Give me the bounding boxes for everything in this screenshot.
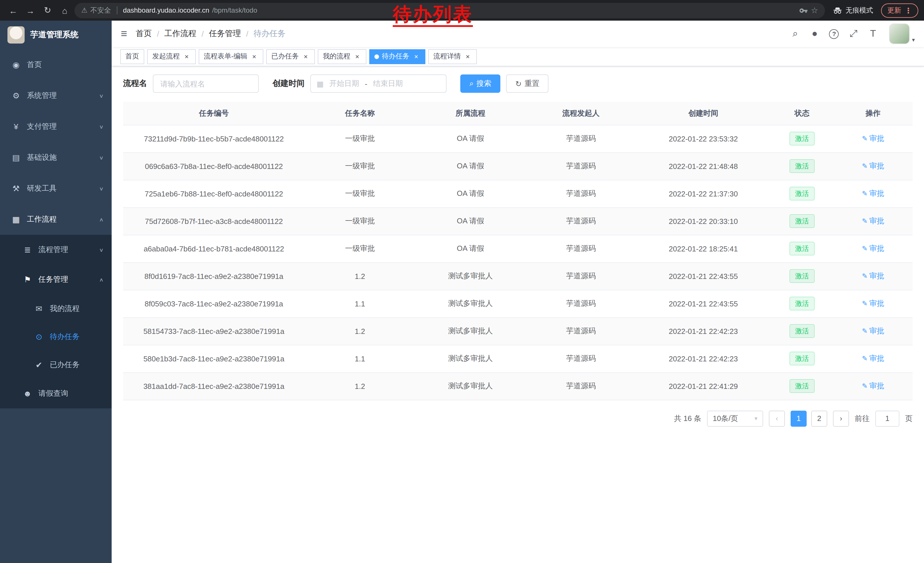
date-range-picker[interactable]: ▦ 开始日期 - 结束日期 — [310, 75, 447, 93]
edit-icon: ✎ — [862, 327, 868, 335]
sidebar-item-label: 工作流程 — [27, 214, 57, 225]
close-icon[interactable]: × — [353, 53, 361, 60]
chevron-down-icon: ∨ — [99, 155, 104, 161]
tab-my-process[interactable]: 我的流程× — [318, 49, 366, 64]
browser-update-button[interactable]: 更新 ⋮ — [881, 3, 918, 18]
tab-todo-tasks[interactable]: 待办任务× — [369, 49, 425, 64]
help-glyph: ? — [829, 29, 839, 39]
search-icon[interactable]: ⌕ — [786, 24, 804, 44]
sidebar-item-system-management[interactable]: ⚙系统管理∨ — [0, 80, 112, 111]
approve-link[interactable]: ✎审批 — [862, 188, 884, 199]
tools-icon: ⚒ — [12, 184, 21, 193]
approve-link[interactable]: ✎审批 — [862, 216, 884, 226]
breadcrumb-item-task-management[interactable]: 任务管理 — [209, 29, 241, 39]
approve-link[interactable]: ✎审批 — [862, 353, 884, 364]
caret-down-icon: ▾ — [754, 415, 758, 422]
bookmark-star-icon[interactable]: ☆ — [811, 6, 818, 15]
sidebar-item-todo-tasks[interactable]: ⊙待办任务 — [0, 323, 112, 350]
page-size-value: 10条/页 — [713, 413, 738, 423]
app-logo[interactable]: 芋道管理系统 — [0, 21, 112, 49]
navbar-actions: ⌕●?⤢T — [786, 24, 882, 44]
close-icon[interactable]: × — [464, 53, 472, 60]
close-icon[interactable]: × — [302, 53, 310, 60]
sidebar-item-workflow[interactable]: ▦工作流程∧ — [0, 204, 112, 235]
close-icon[interactable]: × — [412, 53, 420, 60]
update-label: 更新 — [887, 6, 901, 15]
sidebar-item-process-management[interactable]: ≣流程管理∨ — [0, 235, 112, 264]
address-bar[interactable]: ⚠ 不安全 dashboard.yudao.iocoder.cn/bpm/tas… — [74, 3, 825, 18]
sidebar-item-done-tasks[interactable]: ✔已办任务 — [0, 350, 112, 378]
cell-status: 激活 — [770, 290, 834, 317]
sidebar-item-dev-tools[interactable]: ⚒研发工具∨ — [0, 173, 112, 204]
breadcrumb-item-home[interactable]: 首页 — [136, 29, 152, 39]
search-button-label: 搜索 — [477, 78, 492, 89]
cell-process: OA 请假 — [415, 180, 525, 207]
chevron-down-icon: ∨ — [99, 186, 104, 192]
tab-done-tasks[interactable]: 已办任务× — [266, 49, 315, 64]
avatar-image — [889, 24, 910, 44]
status-badge: 激活 — [789, 352, 814, 365]
table-row: a6aba0a4-7b6d-11ec-b781-acde48001122一级审批… — [123, 235, 912, 262]
chevron-down-icon: ∨ — [99, 124, 104, 130]
sidebar-item-infrastructure[interactable]: ▤基础设施∨ — [0, 142, 112, 173]
app-root: 待办列表 ← → ↻ ⌂ ⚠ 不安全 dashboard.yudao.iocod… — [0, 0, 924, 563]
sidebar-item-payment-management[interactable]: ¥支付管理∨ — [0, 111, 112, 142]
status-badge: 激活 — [789, 324, 814, 338]
approve-link[interactable]: ✎审批 — [862, 161, 884, 171]
pagination: 共 16 条 10条/页 ▾ ‹ 12 › 前往 页 — [123, 410, 912, 426]
page-1-button[interactable]: 1 — [790, 410, 807, 426]
approve-link[interactable]: ✎审批 — [862, 243, 884, 254]
browser-forward-icon[interactable]: → — [23, 3, 38, 18]
table-row: 069c6a63-7b8a-11ec-8ef0-acde48001122一级审批… — [123, 152, 912, 180]
browser-reload-icon[interactable]: ↻ — [40, 3, 55, 18]
eye-icon: ⊙ — [34, 332, 44, 341]
tab-process-detail[interactable]: 流程详情× — [428, 49, 477, 64]
page-size-select[interactable]: 10条/页 ▾ — [707, 410, 763, 426]
prev-page-button[interactable]: ‹ — [769, 410, 785, 426]
help-icon[interactable]: ? — [825, 24, 843, 44]
sidebar-collapse-icon[interactable]: ≡ — [121, 27, 127, 40]
sidebar-item-label: 流程管理 — [38, 245, 68, 255]
sidebar-item-task-management[interactable]: ⚑任务管理∧ — [0, 264, 112, 294]
cell-create-time: 2022-01-22 21:48:48 — [636, 152, 771, 180]
cell-status: 激活 — [770, 180, 834, 207]
sidebar-item-leave-query[interactable]: ☻请假查询 — [0, 378, 112, 408]
tab-label: 已办任务 — [272, 51, 299, 61]
sidebar-item-home[interactable]: ◉首页 — [0, 49, 112, 80]
browser-back-icon[interactable]: ← — [6, 3, 21, 18]
sidebar-item-label: 系统管理 — [27, 90, 57, 101]
edit-icon: ✎ — [862, 300, 868, 308]
cell-process: OA 请假 — [415, 152, 525, 180]
search-button[interactable]: ⌕ 搜索 — [460, 75, 501, 93]
cell-status: 激活 — [770, 345, 834, 372]
process-name-input[interactable] — [153, 75, 259, 93]
next-page-button[interactable]: › — [833, 410, 849, 426]
browser-menu-icon[interactable]: ⋮ — [904, 6, 912, 15]
sidebar-item-label: 研发工具 — [27, 183, 57, 194]
font-size-icon[interactable]: T — [864, 24, 882, 44]
process-list-icon: ≣ — [23, 245, 32, 254]
user-avatar[interactable]: ▾ — [889, 24, 915, 44]
sidebar-item-my-process[interactable]: ✉我的流程 — [0, 294, 112, 323]
approve-link[interactable]: ✎审批 — [862, 381, 884, 391]
github-icon[interactable]: ● — [806, 24, 824, 44]
approve-link[interactable]: ✎审批 — [862, 299, 884, 309]
approve-link[interactable]: ✎审批 — [862, 134, 884, 144]
reset-button[interactable]: ↻ 重置 — [506, 75, 549, 93]
page-2-button[interactable]: 2 — [811, 410, 827, 426]
column-header: 创建时间 — [636, 102, 771, 125]
approve-link[interactable]: ✎审批 — [862, 326, 884, 336]
goto-page-input[interactable] — [875, 410, 899, 426]
edit-icon: ✎ — [862, 354, 868, 363]
gear-icon: ⚙ — [12, 91, 21, 100]
password-key-icon[interactable] — [800, 6, 808, 15]
approve-link[interactable]: ✎审批 — [862, 271, 884, 281]
tab-process-form-edit[interactable]: 流程表单-编辑× — [199, 49, 263, 64]
close-icon[interactable]: × — [250, 53, 258, 60]
close-icon[interactable]: × — [183, 53, 190, 60]
fullscreen-icon[interactable]: ⤢ — [844, 24, 863, 44]
tab-home[interactable]: 首页 — [120, 49, 144, 64]
breadcrumb-item-workflow[interactable]: 工作流程 — [164, 29, 196, 39]
browser-home-icon[interactable]: ⌂ — [57, 3, 72, 18]
tab-initiate-process[interactable]: 发起流程× — [147, 49, 196, 64]
